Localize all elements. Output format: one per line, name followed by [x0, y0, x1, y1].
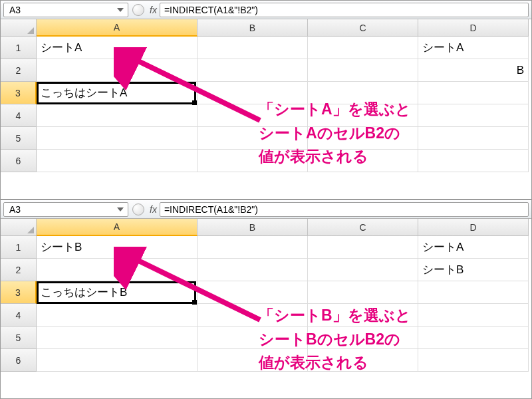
cell-d5[interactable]: [418, 327, 529, 349]
row-header-5[interactable]: 5: [1, 327, 37, 349]
row-2: 2 シートB: [1, 259, 531, 281]
cell-a6[interactable]: [37, 349, 198, 372]
cell-a2[interactable]: [37, 59, 198, 82]
row-6: 6: [1, 349, 531, 372]
formula-buttons: [132, 4, 144, 16]
cell-a3[interactable]: こっちはシートB: [37, 281, 198, 304]
row-5: 5: [1, 327, 531, 349]
formula-text: =INDIRECT(A1&"!B2"): [164, 204, 258, 215]
cell-c3[interactable]: [308, 281, 418, 304]
cell-c3[interactable]: [308, 82, 418, 104]
cell-b5[interactable]: [198, 127, 308, 150]
name-box-text: A3: [9, 204, 21, 215]
col-header-c[interactable]: C: [308, 19, 418, 37]
row-1: 1 シートA シートA: [1, 37, 531, 59]
cell-b5[interactable]: [198, 327, 308, 349]
cell-a2[interactable]: [37, 259, 198, 281]
col-header-b[interactable]: B: [198, 19, 308, 37]
cell-c1[interactable]: [308, 37, 418, 59]
cell-a1[interactable]: シートA: [37, 37, 198, 59]
name-box-text: A3: [9, 5, 21, 15]
cell-b4[interactable]: [198, 304, 308, 327]
cell-c2[interactable]: [308, 259, 418, 281]
row-header-3[interactable]: 3: [1, 281, 37, 304]
cell-b2[interactable]: [198, 259, 308, 281]
col-header-c[interactable]: C: [308, 219, 418, 236]
name-box[interactable]: A3: [3, 3, 128, 17]
cell-d1[interactable]: シートA: [418, 37, 529, 59]
cell-b4[interactable]: [198, 104, 308, 127]
name-box[interactable]: A3: [3, 202, 128, 217]
col-header-a[interactable]: A: [37, 19, 198, 37]
row-4: 4: [1, 304, 531, 327]
cell-a4[interactable]: [37, 304, 198, 327]
row-2: 2 B: [1, 59, 531, 82]
row-3: 3 こっちはシートB: [1, 281, 531, 304]
cell-d6[interactable]: [418, 150, 529, 172]
row-header-2[interactable]: 2: [1, 59, 37, 82]
cell-d2[interactable]: シートB: [418, 259, 529, 281]
row-header-4[interactable]: 4: [1, 104, 37, 127]
select-all-corner[interactable]: [1, 219, 37, 236]
row-header-6[interactable]: 6: [1, 349, 37, 372]
excel-panel-bottom: A3 fx =INDIRECT(A1&"!B2") A B C D 1 シートB: [0, 200, 532, 399]
grid-top: A B C D 1 シートA シートA 2 B 3 こっちはシートA: [1, 19, 531, 172]
cell-b1[interactable]: [198, 37, 308, 59]
cell-a6[interactable]: [37, 150, 198, 172]
formula-buttons: [132, 203, 144, 215]
cell-a5[interactable]: [37, 327, 198, 349]
cell-c2[interactable]: [308, 59, 418, 82]
cancel-button[interactable]: [132, 4, 144, 16]
cell-c4[interactable]: [308, 304, 418, 327]
cell-c6[interactable]: [308, 349, 418, 372]
cell-b3[interactable]: [198, 82, 308, 104]
fx-icon[interactable]: fx: [150, 204, 157, 215]
col-header-b[interactable]: B: [198, 219, 308, 236]
formula-input[interactable]: =INDIRECT(A1&"!B2"): [160, 3, 529, 17]
cell-d4[interactable]: [418, 104, 529, 127]
col-header-d[interactable]: D: [418, 219, 529, 236]
rows: 1 シートB シートA 2 シートB 3 こっちはシートB: [1, 236, 531, 372]
cell-c1[interactable]: [308, 236, 418, 259]
row-header-4[interactable]: 4: [1, 304, 37, 327]
row-header-2[interactable]: 2: [1, 259, 37, 281]
cancel-button[interactable]: [132, 203, 144, 215]
cell-b6[interactable]: [198, 150, 308, 172]
cell-c5[interactable]: [308, 327, 418, 349]
cell-b6[interactable]: [198, 349, 308, 372]
cell-b3[interactable]: [198, 281, 308, 304]
formula-input[interactable]: =INDIRECT(A1&"!B2"): [160, 202, 529, 217]
cell-a1[interactable]: シートB: [37, 236, 198, 259]
dropdown-arrow-icon[interactable]: [116, 4, 125, 16]
cell-a4[interactable]: [37, 104, 198, 127]
row-header-5[interactable]: 5: [1, 127, 37, 150]
cell-d3[interactable]: [418, 281, 529, 304]
cell-d4[interactable]: [418, 304, 529, 327]
excel-panel-top: A3 fx =INDIRECT(A1&"!B2") A B C D 1 シートA: [0, 0, 532, 200]
cell-a3[interactable]: こっちはシートA: [37, 82, 198, 104]
row-3: 3 こっちはシートA: [1, 82, 531, 104]
cell-d3[interactable]: [418, 82, 529, 104]
row-header-3[interactable]: 3: [1, 82, 37, 104]
cell-b1[interactable]: [198, 236, 308, 259]
col-header-a[interactable]: A: [37, 219, 198, 236]
select-all-corner[interactable]: [1, 19, 37, 37]
column-headers: A B C D: [1, 219, 531, 236]
cell-b2[interactable]: [198, 59, 308, 82]
row-header-1[interactable]: 1: [1, 37, 37, 59]
cell-c5[interactable]: [308, 127, 418, 150]
cell-d2[interactable]: B: [418, 59, 529, 82]
cell-c4[interactable]: [308, 104, 418, 127]
svg-marker-0: [117, 8, 124, 12]
cell-d6[interactable]: [418, 349, 529, 372]
cell-a5[interactable]: [37, 127, 198, 150]
row-header-1[interactable]: 1: [1, 236, 37, 259]
cell-c6[interactable]: [308, 150, 418, 172]
cell-d5[interactable]: [418, 127, 529, 150]
column-headers: A B C D: [1, 19, 531, 37]
cell-d1[interactable]: シートA: [418, 236, 529, 259]
fx-icon[interactable]: fx: [150, 5, 157, 15]
dropdown-arrow-icon[interactable]: [116, 203, 125, 215]
row-header-6[interactable]: 6: [1, 150, 37, 172]
col-header-d[interactable]: D: [418, 19, 529, 37]
